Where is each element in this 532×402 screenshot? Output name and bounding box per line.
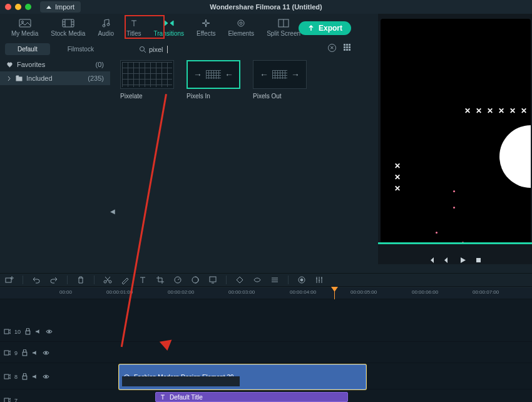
prev-frame-button[interactable]: [428, 255, 435, 262]
tab-effects[interactable]: Effects: [190, 16, 222, 41]
svg-rect-28: [23, 376, 27, 379]
heart-icon: [6, 61, 13, 68]
ruler-tick: 00:00:03:00: [228, 289, 255, 295]
import-button[interactable]: Import: [40, 1, 81, 13]
text-icon: [160, 394, 166, 400]
track-add-icon[interactable]: [5, 276, 14, 284]
clip-thumb: [122, 376, 240, 386]
transition-item-pixels-in[interactable]: →← Pixels In: [187, 60, 243, 267]
clip-title[interactable]: Default Title: [155, 392, 348, 402]
delete-button[interactable]: [76, 276, 85, 284]
tab-stock-media[interactable]: Stock Media: [44, 16, 91, 41]
timeline-tracks: 10 9 8: [0, 299, 532, 402]
x-mark-icon: ✕: [394, 173, 401, 182]
lock-icon[interactable]: [21, 373, 28, 380]
subtab-filmstock[interactable]: Filmstock: [55, 43, 106, 55]
settings-button[interactable]: [270, 276, 279, 284]
svg-rect-10: [476, 258, 481, 262]
play-button[interactable]: [459, 255, 466, 262]
transition-item-pixels-out[interactable]: ←→ Pixels Out: [253, 60, 309, 267]
sidebar-item-included[interactable]: Included (235): [0, 71, 110, 85]
svg-rect-22: [26, 331, 30, 334]
svg-point-5: [238, 20, 244, 26]
view-controls: ✕: [328, 44, 350, 52]
export-arrow-icon: [307, 24, 315, 32]
text-tool-button[interactable]: [138, 276, 147, 284]
track-row: 8 Fashion Modern Design Element 39: [0, 364, 532, 389]
export-button[interactable]: Export: [299, 21, 351, 35]
picture-icon: [19, 19, 31, 28]
window-controls[interactable]: [5, 4, 31, 10]
eye-icon[interactable]: [46, 328, 53, 335]
ruler-tick: 00:00:04:00: [290, 289, 316, 295]
edit-button[interactable]: [121, 276, 130, 284]
window-title: Wondershare Filmora 11 (Untitled): [210, 3, 322, 11]
x-mark-icon: ✕: [498, 106, 504, 115]
tab-my-media[interactable]: My Media: [5, 16, 44, 41]
svg-point-12: [104, 281, 106, 283]
import-label: Import: [55, 3, 74, 11]
subtab-default[interactable]: Default: [5, 43, 50, 55]
preview-progress[interactable]: [378, 242, 532, 244]
thumb-preview: ←→: [253, 60, 307, 89]
mute-icon[interactable]: [35, 328, 42, 335]
export-label: Export: [319, 24, 342, 33]
search-input[interactable]: pixel: [139, 46, 168, 53]
redo-button[interactable]: [49, 276, 58, 284]
clear-search-icon[interactable]: ✕: [328, 44, 336, 52]
record-button[interactable]: [297, 276, 306, 284]
collapse-sidebar-icon[interactable]: ◀: [110, 208, 115, 215]
eye-icon[interactable]: [43, 349, 49, 356]
video-icon: [4, 373, 11, 380]
clip-element[interactable]: Fashion Modern Design Element 39: [119, 364, 366, 389]
marker-button[interactable]: [253, 276, 262, 284]
crop-button[interactable]: [156, 276, 165, 284]
stop-button[interactable]: [475, 255, 482, 262]
maximize-window-icon[interactable]: [25, 4, 31, 10]
thumb-preview: [120, 60, 174, 89]
screen-button[interactable]: [208, 276, 217, 284]
svg-rect-24: [4, 351, 9, 355]
track-header[interactable]: 8: [0, 364, 58, 389]
undo-button[interactable]: [32, 276, 41, 284]
lock-icon[interactable]: [24, 328, 31, 335]
film-icon: [62, 19, 74, 28]
media-panel: Favorites (0) Included (235) ◀ Pixelate …: [0, 58, 363, 269]
close-window-icon[interactable]: [5, 4, 11, 10]
ruler-tick: 00:00:05:00: [350, 289, 377, 295]
svg-point-26: [45, 352, 47, 354]
minimize-window-icon[interactable]: [15, 4, 21, 10]
track-number: 10: [14, 329, 21, 335]
titlebar: Import Wondershare Filmora 11 (Untitled): [0, 0, 532, 14]
svg-point-23: [48, 331, 50, 332]
sidebar-item-favorites[interactable]: Favorites (0): [0, 58, 110, 71]
grid-view-icon[interactable]: [344, 44, 350, 52]
lock-icon[interactable]: [21, 349, 28, 356]
sidebar-count: (235): [88, 75, 104, 82]
timeline-ruler[interactable]: 00:00 00:00:01:00 00:00:02:00 00:00:03:0…: [0, 288, 532, 299]
track-header[interactable]: 7: [0, 391, 58, 402]
eye-icon[interactable]: [43, 373, 49, 380]
track-header[interactable]: 10: [0, 322, 58, 341]
color-button[interactable]: [191, 276, 200, 284]
tab-elements[interactable]: Elements: [222, 16, 260, 41]
clip-label: Default Title: [170, 394, 203, 401]
svg-rect-11: [6, 278, 11, 282]
transition-item-pixelate[interactable]: Pixelate: [120, 60, 176, 267]
thumb-preview: →←: [187, 60, 240, 89]
split-button[interactable]: [103, 276, 112, 284]
timeline-toolbar: [0, 273, 532, 287]
sidebar-count: (0): [96, 61, 104, 68]
step-back-button[interactable]: [444, 255, 451, 262]
speed-button[interactable]: [173, 276, 182, 284]
tab-audio[interactable]: Audio: [91, 16, 120, 41]
svg-point-1: [21, 21, 23, 23]
mute-icon[interactable]: [32, 373, 39, 380]
transition-grid: Pixelate →← Pixels In ←→ Pixels Out: [110, 58, 363, 269]
x-mark-icon: ✕: [394, 184, 401, 193]
keyframe-button[interactable]: [235, 276, 244, 284]
track-header[interactable]: 9: [0, 343, 58, 363]
mute-icon[interactable]: [32, 349, 39, 356]
mixer-button[interactable]: [315, 276, 324, 284]
track-row: 9: [0, 343, 532, 363]
